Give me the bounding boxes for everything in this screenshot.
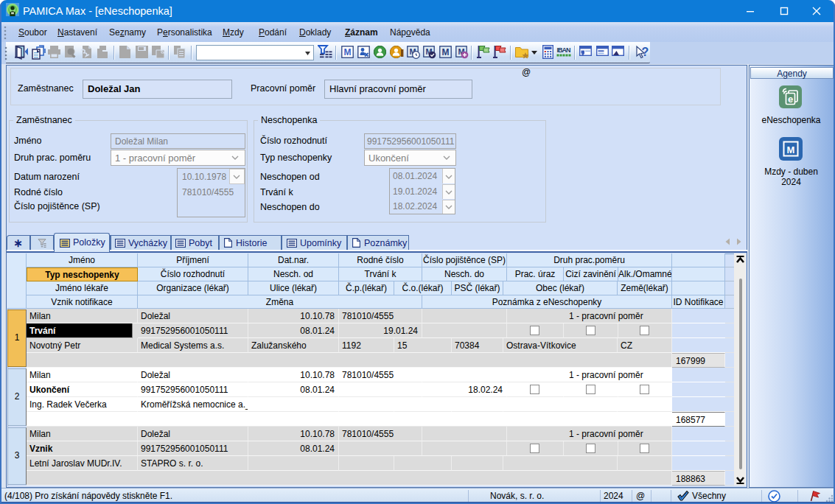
svg-text:M: M [787, 144, 795, 155]
svg-text:M: M [442, 47, 450, 57]
svg-text:M: M [344, 47, 352, 57]
svg-text:IBAN: IBAN [557, 46, 571, 54]
svg-text:e: e [788, 94, 793, 105]
